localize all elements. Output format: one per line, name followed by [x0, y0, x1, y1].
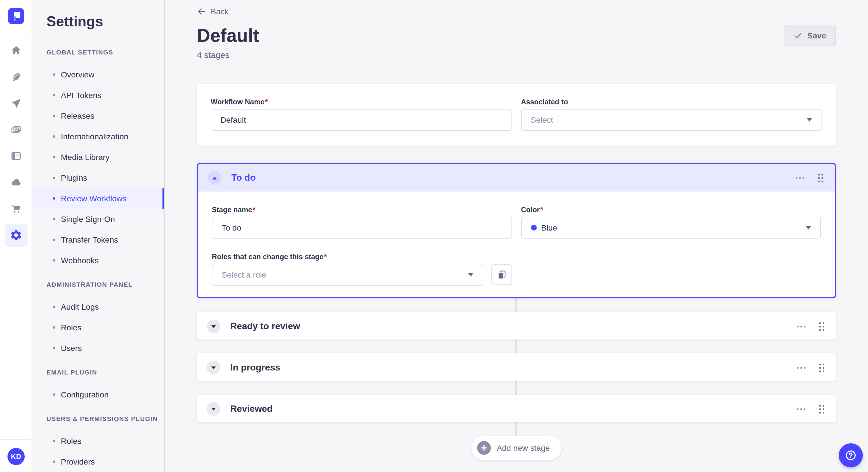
stage-options-button[interactable]: [795, 406, 808, 412]
sidebar-item-providers[interactable]: Providers: [32, 451, 164, 472]
app-rail: KD: [0, 0, 32, 472]
layout-icon[interactable]: [4, 144, 27, 167]
select-placeholder: Select a role: [222, 270, 463, 279]
chevron-down-icon: [805, 226, 811, 229]
required-marker: *: [324, 253, 327, 261]
section-global-settings: GLOBAL SETTINGS Overview API Tokens Rele…: [32, 49, 164, 271]
check-icon: [794, 31, 803, 40]
stage-card-ready-to-review: Ready to review: [197, 312, 836, 339]
bullet-icon: [53, 73, 55, 76]
stage-header[interactable]: In progress: [197, 353, 836, 382]
required-marker: *: [253, 206, 255, 214]
workflow-general-card: Workflow Name* Associated to Select: [197, 84, 836, 146]
sidebar-item-configuration[interactable]: Configuration: [32, 384, 164, 405]
bullet-icon: [53, 440, 55, 442]
bullet-icon: [53, 197, 55, 200]
stage-name-input[interactable]: [212, 217, 512, 239]
section-label: USERS & PERMISSIONS PLUGIN: [32, 415, 164, 423]
sidebar-item-users[interactable]: Users: [32, 338, 164, 359]
sidebar-item-releases[interactable]: Releases: [32, 105, 164, 126]
cloud-icon[interactable]: [4, 171, 27, 194]
cart-icon[interactable]: [4, 197, 27, 220]
help-button[interactable]: [839, 443, 863, 467]
stage-color-field: Color* Blue: [521, 205, 821, 239]
sidebar-item-internationalization[interactable]: Internationalization: [32, 126, 164, 147]
section-administration-panel: ADMINISTRATION PANEL Audit Logs Roles Us…: [32, 281, 164, 359]
stage-body: Stage name* Color* Blue Roles that can c…: [198, 192, 835, 298]
sidebar-item-up-roles[interactable]: Roles: [32, 431, 164, 451]
avatar[interactable]: KD: [7, 448, 25, 465]
stage-header[interactable]: Ready to review: [197, 312, 836, 341]
feather-icon[interactable]: [4, 65, 27, 88]
bullet-icon: [53, 326, 55, 329]
bullet-icon: [53, 94, 55, 96]
bullet-icon: [53, 461, 55, 463]
stage-color-select[interactable]: Blue: [521, 217, 821, 239]
sidebar-item-admin-roles[interactable]: Roles: [32, 317, 164, 338]
sidebar-item-transfer-tokens[interactable]: Transfer Tokens: [32, 229, 164, 250]
chevron-down-icon: [807, 118, 812, 122]
workflow-name-input[interactable]: [211, 109, 512, 131]
stage-color-label: Color*: [521, 205, 821, 214]
send-icon[interactable]: [4, 92, 27, 115]
bullet-icon: [53, 239, 55, 241]
page-title: Default: [197, 24, 259, 47]
strapi-logo[interactable]: [8, 8, 24, 24]
expand-stage-button[interactable]: [207, 402, 220, 416]
sidebar-item-review-workflows[interactable]: Review Workflows: [32, 188, 164, 209]
chevron-down-icon: [211, 407, 216, 410]
strapi-logo-icon: [8, 8, 24, 24]
stage-options-button[interactable]: [794, 175, 807, 181]
stage-roles-select[interactable]: Select a role: [212, 264, 483, 285]
expand-stage-button[interactable]: [207, 319, 220, 333]
add-new-stage-button[interactable]: Add new stage: [471, 436, 561, 460]
expand-stage-button[interactable]: [207, 361, 220, 374]
associated-to-field: Associated to Select: [521, 98, 822, 131]
stage-header[interactable]: Reviewed: [197, 395, 836, 423]
stage-title: To do: [231, 173, 256, 183]
bullet-icon: [53, 177, 55, 179]
sidebar-item-single-sign-on[interactable]: Single Sign-On: [32, 209, 164, 229]
sidebar-item-audit-logs[interactable]: Audit Logs: [32, 297, 164, 317]
back-link[interactable]: Back: [197, 7, 228, 16]
stage-options-button[interactable]: [795, 323, 808, 330]
section-label: ADMINISTRATION PANEL: [32, 281, 164, 289]
workflow-name-field: Workflow Name*: [211, 98, 512, 131]
drag-handle[interactable]: [817, 402, 827, 415]
gear-icon[interactable]: [4, 224, 27, 247]
stage-roles-label: Roles that can change this stage*: [212, 252, 512, 262]
required-marker: *: [540, 206, 543, 214]
drag-handle[interactable]: [816, 171, 826, 184]
bullet-icon: [53, 306, 55, 308]
bullet-icon: [53, 135, 55, 138]
stage-name-field: Stage name*: [212, 205, 512, 239]
stage-name-label: Stage name*: [212, 205, 512, 214]
sidebar-item-overview[interactable]: Overview: [32, 64, 164, 85]
chevron-down-icon: [211, 325, 216, 328]
stage-options-button[interactable]: [795, 365, 808, 371]
chevron-down-icon: [211, 366, 216, 369]
drag-handle[interactable]: [817, 361, 827, 374]
sidebar-item-plugins[interactable]: Plugins: [32, 167, 164, 188]
chevron-up-icon: [212, 176, 217, 179]
question-mark-icon: [844, 449, 857, 462]
sidebar-item-webhooks[interactable]: Webhooks: [32, 250, 164, 271]
color-swatch: [531, 225, 536, 231]
associated-to-select[interactable]: Select: [521, 109, 822, 131]
sidebar-title: Settings: [46, 12, 164, 30]
sidebar-item-media-library[interactable]: Media Library: [32, 147, 164, 167]
bullet-icon: [53, 347, 55, 349]
media-icon[interactable]: [4, 118, 27, 141]
bullet-icon: [53, 156, 55, 158]
section-users-permissions-plugin: USERS & PERMISSIONS PLUGIN Roles Provide…: [32, 415, 164, 472]
home-icon[interactable]: [4, 39, 27, 62]
save-button[interactable]: Save: [784, 25, 836, 46]
section-label: GLOBAL SETTINGS: [32, 49, 164, 56]
main-content: Back Default Save 4 stages Workflow Name…: [165, 0, 868, 472]
stage-header[interactable]: To do: [198, 164, 835, 192]
stage-title: Ready to review: [230, 321, 300, 332]
collapse-stage-button[interactable]: [208, 171, 222, 185]
duplicate-roles-button[interactable]: [491, 264, 512, 285]
sidebar-item-api-tokens[interactable]: API Tokens: [32, 85, 164, 105]
drag-handle[interactable]: [817, 320, 827, 333]
